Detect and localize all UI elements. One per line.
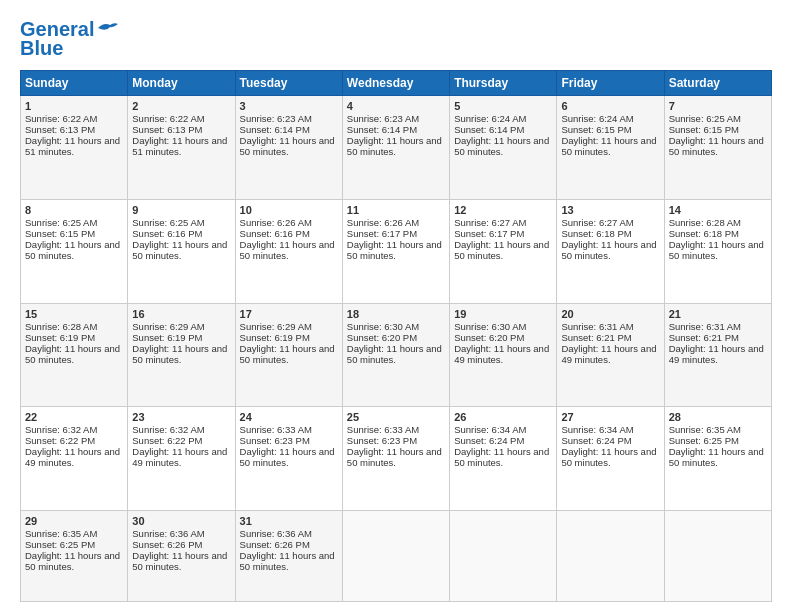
sunset-label: Sunset: 6:13 PM — [25, 124, 95, 135]
sunset-label: Sunset: 6:15 PM — [25, 228, 95, 239]
daylight-label: Daylight: 11 hours and 50 minutes. — [347, 135, 442, 157]
calendar-cell: 31Sunrise: 6:36 AMSunset: 6:26 PMDayligh… — [235, 511, 342, 602]
calendar-cell: 3Sunrise: 6:23 AMSunset: 6:14 PMDaylight… — [235, 96, 342, 200]
col-header-thursday: Thursday — [450, 71, 557, 96]
daylight-label: Daylight: 11 hours and 49 minutes. — [132, 446, 227, 468]
day-number: 27 — [561, 411, 659, 423]
sunset-label: Sunset: 6:26 PM — [132, 539, 202, 550]
sunset-label: Sunset: 6:14 PM — [240, 124, 310, 135]
daylight-label: Daylight: 11 hours and 50 minutes. — [454, 135, 549, 157]
daylight-label: Daylight: 11 hours and 50 minutes. — [669, 446, 764, 468]
col-header-sunday: Sunday — [21, 71, 128, 96]
daylight-label: Daylight: 11 hours and 50 minutes. — [669, 239, 764, 261]
sunrise-label: Sunrise: 6:22 AM — [25, 113, 97, 124]
day-number: 17 — [240, 308, 338, 320]
calendar-cell: 25Sunrise: 6:33 AMSunset: 6:23 PMDayligh… — [342, 407, 449, 511]
calendar-cell — [557, 511, 664, 602]
sunrise-label: Sunrise: 6:34 AM — [561, 424, 633, 435]
daylight-label: Daylight: 11 hours and 50 minutes. — [132, 239, 227, 261]
day-number: 2 — [132, 100, 230, 112]
day-number: 19 — [454, 308, 552, 320]
calendar-cell: 14Sunrise: 6:28 AMSunset: 6:18 PMDayligh… — [664, 199, 771, 303]
sunset-label: Sunset: 6:18 PM — [669, 228, 739, 239]
day-number: 28 — [669, 411, 767, 423]
calendar-cell — [664, 511, 771, 602]
day-number: 31 — [240, 515, 338, 527]
calendar-cell: 26Sunrise: 6:34 AMSunset: 6:24 PMDayligh… — [450, 407, 557, 511]
calendar-cell: 28Sunrise: 6:35 AMSunset: 6:25 PMDayligh… — [664, 407, 771, 511]
sunrise-label: Sunrise: 6:35 AM — [669, 424, 741, 435]
daylight-label: Daylight: 11 hours and 51 minutes. — [132, 135, 227, 157]
sunset-label: Sunset: 6:22 PM — [132, 435, 202, 446]
sunrise-label: Sunrise: 6:30 AM — [454, 321, 526, 332]
calendar-cell: 9Sunrise: 6:25 AMSunset: 6:16 PMDaylight… — [128, 199, 235, 303]
sunrise-label: Sunrise: 6:27 AM — [561, 217, 633, 228]
col-header-monday: Monday — [128, 71, 235, 96]
sunset-label: Sunset: 6:21 PM — [561, 332, 631, 343]
day-number: 22 — [25, 411, 123, 423]
logo-blue: Blue — [20, 37, 63, 60]
col-header-wednesday: Wednesday — [342, 71, 449, 96]
sunrise-label: Sunrise: 6:29 AM — [240, 321, 312, 332]
sunset-label: Sunset: 6:19 PM — [25, 332, 95, 343]
sunrise-label: Sunrise: 6:31 AM — [561, 321, 633, 332]
day-number: 11 — [347, 204, 445, 216]
calendar-cell: 6Sunrise: 6:24 AMSunset: 6:15 PMDaylight… — [557, 96, 664, 200]
sunset-label: Sunset: 6:23 PM — [347, 435, 417, 446]
sunset-label: Sunset: 6:21 PM — [669, 332, 739, 343]
day-number: 23 — [132, 411, 230, 423]
daylight-label: Daylight: 11 hours and 49 minutes. — [454, 343, 549, 365]
calendar-cell: 12Sunrise: 6:27 AMSunset: 6:17 PMDayligh… — [450, 199, 557, 303]
calendar-cell: 1Sunrise: 6:22 AMSunset: 6:13 PMDaylight… — [21, 96, 128, 200]
day-number: 7 — [669, 100, 767, 112]
daylight-label: Daylight: 11 hours and 50 minutes. — [561, 135, 656, 157]
day-number: 20 — [561, 308, 659, 320]
sunset-label: Sunset: 6:16 PM — [240, 228, 310, 239]
header: General Blue — [20, 18, 772, 60]
day-number: 6 — [561, 100, 659, 112]
day-number: 5 — [454, 100, 552, 112]
sunrise-label: Sunrise: 6:35 AM — [25, 528, 97, 539]
day-number: 12 — [454, 204, 552, 216]
daylight-label: Daylight: 11 hours and 49 minutes. — [561, 343, 656, 365]
calendar-cell — [342, 511, 449, 602]
daylight-label: Daylight: 11 hours and 49 minutes. — [25, 446, 120, 468]
sunset-label: Sunset: 6:23 PM — [240, 435, 310, 446]
sunset-label: Sunset: 6:25 PM — [25, 539, 95, 550]
calendar-cell: 22Sunrise: 6:32 AMSunset: 6:22 PMDayligh… — [21, 407, 128, 511]
col-header-tuesday: Tuesday — [235, 71, 342, 96]
day-number: 13 — [561, 204, 659, 216]
day-number: 18 — [347, 308, 445, 320]
day-number: 21 — [669, 308, 767, 320]
daylight-label: Daylight: 11 hours and 50 minutes. — [25, 550, 120, 572]
sunset-label: Sunset: 6:13 PM — [132, 124, 202, 135]
sunrise-label: Sunrise: 6:36 AM — [240, 528, 312, 539]
calendar-cell: 23Sunrise: 6:32 AMSunset: 6:22 PMDayligh… — [128, 407, 235, 511]
sunset-label: Sunset: 6:24 PM — [454, 435, 524, 446]
daylight-label: Daylight: 11 hours and 50 minutes. — [454, 239, 549, 261]
day-number: 9 — [132, 204, 230, 216]
calendar-cell — [450, 511, 557, 602]
sunrise-label: Sunrise: 6:22 AM — [132, 113, 204, 124]
daylight-label: Daylight: 11 hours and 50 minutes. — [132, 550, 227, 572]
sunset-label: Sunset: 6:20 PM — [454, 332, 524, 343]
calendar-cell: 7Sunrise: 6:25 AMSunset: 6:15 PMDaylight… — [664, 96, 771, 200]
daylight-label: Daylight: 11 hours and 50 minutes. — [132, 343, 227, 365]
daylight-label: Daylight: 11 hours and 50 minutes. — [25, 343, 120, 365]
col-header-friday: Friday — [557, 71, 664, 96]
sunrise-label: Sunrise: 6:30 AM — [347, 321, 419, 332]
calendar-cell: 15Sunrise: 6:28 AMSunset: 6:19 PMDayligh… — [21, 303, 128, 407]
sunset-label: Sunset: 6:15 PM — [561, 124, 631, 135]
sunset-label: Sunset: 6:18 PM — [561, 228, 631, 239]
sunrise-label: Sunrise: 6:31 AM — [669, 321, 741, 332]
sunrise-label: Sunrise: 6:24 AM — [561, 113, 633, 124]
daylight-label: Daylight: 11 hours and 50 minutes. — [561, 239, 656, 261]
calendar-cell: 24Sunrise: 6:33 AMSunset: 6:23 PMDayligh… — [235, 407, 342, 511]
calendar-cell: 17Sunrise: 6:29 AMSunset: 6:19 PMDayligh… — [235, 303, 342, 407]
day-number: 25 — [347, 411, 445, 423]
calendar-cell: 13Sunrise: 6:27 AMSunset: 6:18 PMDayligh… — [557, 199, 664, 303]
sunset-label: Sunset: 6:22 PM — [25, 435, 95, 446]
daylight-label: Daylight: 11 hours and 50 minutes. — [240, 446, 335, 468]
calendar-cell: 18Sunrise: 6:30 AMSunset: 6:20 PMDayligh… — [342, 303, 449, 407]
daylight-label: Daylight: 11 hours and 50 minutes. — [25, 239, 120, 261]
